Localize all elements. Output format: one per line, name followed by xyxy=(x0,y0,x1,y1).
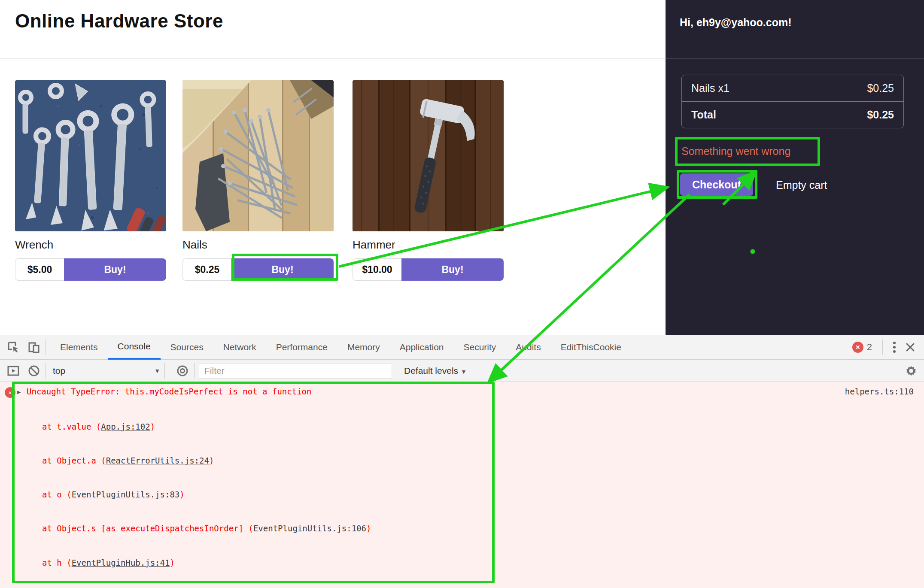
tab-console[interactable]: Console xyxy=(108,335,161,360)
filter-input[interactable] xyxy=(199,363,392,379)
expand-arrow-icon[interactable]: ▶ xyxy=(17,388,21,395)
tab-audits[interactable]: Audits xyxy=(506,335,550,360)
stack-frame: at h (EventPluginHub.js:41) xyxy=(42,557,415,568)
screenshot-root: Online Hardware Store xyxy=(0,0,924,588)
tab-performance[interactable]: Performance xyxy=(266,335,337,360)
console-sidebar-icon[interactable] xyxy=(6,364,21,378)
user-greeting: Hi, eh9y@yahoo.com! xyxy=(680,16,792,29)
chevron-down-icon: ▼ xyxy=(461,368,467,375)
divider xyxy=(882,339,883,355)
console-toolbar: top ▼ Default levels ▼ xyxy=(0,360,924,382)
tab-memory[interactable]: Memory xyxy=(337,335,390,360)
tab-sources[interactable]: Sources xyxy=(161,335,213,360)
product-price-row: $0.25 Buy! xyxy=(182,258,334,281)
divider xyxy=(666,58,924,59)
product-card-nails: Nails $0.25 Buy! xyxy=(182,80,334,281)
settings-gear-icon[interactable] xyxy=(902,364,921,378)
cart-total-label: Total xyxy=(691,109,716,121)
tab-security[interactable]: Security xyxy=(453,335,506,360)
inspect-element-icon[interactable] xyxy=(6,340,21,355)
cart-summary: Nails x1 $0.25 Total $0.25 xyxy=(681,75,904,128)
frame-link[interactable]: ReactErrorUtils.js:24 xyxy=(106,456,209,465)
store-header: Online Hardware Store xyxy=(0,0,666,59)
product-price: $10.00 xyxy=(353,258,401,281)
error-message: Something went wrong xyxy=(678,142,818,161)
account-panel: Hi, eh9y@yahoo.com! Nails x1 $0.25 Total… xyxy=(666,0,924,335)
stack-frame: at Object.a (ReactErrorUtils.js:24) xyxy=(42,455,415,466)
frame-link[interactable]: App.js:102 xyxy=(101,422,150,431)
console-source-link[interactable]: helpers.ts:110 xyxy=(845,387,914,396)
close-icon[interactable] xyxy=(902,340,919,355)
buy-button-wrench[interactable]: Buy! xyxy=(64,258,166,281)
error-count-icon[interactable]: ✕ xyxy=(852,342,863,353)
stack-frame: at Object.s [as executeDispatchesInOrder… xyxy=(42,523,415,534)
cart-total-amount: $0.25 xyxy=(867,109,894,121)
tab-network[interactable]: Network xyxy=(213,335,266,360)
divider xyxy=(46,363,46,379)
error-count: 2 xyxy=(867,342,872,353)
stack-trace: at t.value (App.js:102) at Object.a (Rea… xyxy=(42,398,415,588)
chevron-down-icon: ▼ xyxy=(154,367,160,374)
stack-frame: at o (EventPluginUtils.js:83) xyxy=(42,489,415,500)
frame-context-select[interactable]: top ▼ xyxy=(53,366,160,376)
buy-button-hammer[interactable]: Buy! xyxy=(401,258,504,281)
product-card-hammer: Hammer $10.00 Buy! xyxy=(353,80,504,281)
buy-button-nails[interactable]: Buy! xyxy=(231,258,334,281)
product-name: Wrench xyxy=(15,238,166,252)
device-toolbar-icon[interactable] xyxy=(27,340,41,355)
stack-frame: at t.value (App.js:102) xyxy=(42,421,415,432)
product-price: $0.25 xyxy=(182,258,231,281)
frame-link[interactable]: EventPluginHub.js:41 xyxy=(72,558,170,567)
frame-link[interactable]: EventPluginUtils.js:83 xyxy=(72,490,180,499)
page-title: Online Hardware Store xyxy=(15,10,223,32)
devtools-panel: Elements Console Sources Network Perform… xyxy=(0,335,924,588)
log-levels-label: Default levels xyxy=(404,366,458,376)
frame-context-value: top xyxy=(53,366,65,376)
divider xyxy=(194,363,195,379)
divider xyxy=(46,339,46,355)
wrench-product-image xyxy=(15,80,166,231)
clear-console-icon[interactable] xyxy=(27,364,41,378)
log-levels-select[interactable]: Default levels ▼ xyxy=(404,366,467,376)
product-name: Hammer xyxy=(353,238,504,252)
empty-cart-button[interactable]: Empty cart xyxy=(776,179,827,191)
live-expression-eye-icon[interactable] xyxy=(175,364,190,378)
product-price: $5.00 xyxy=(15,258,64,281)
product-name: Nails xyxy=(182,238,334,252)
frame-link[interactable]: EventPluginUtils.js:106 xyxy=(253,524,366,533)
product-price-row: $5.00 Buy! xyxy=(15,258,166,281)
nails-product-image xyxy=(182,80,334,231)
product-card-wrench: Wrench $5.00 Buy! xyxy=(15,80,166,281)
tab-editthiscookie[interactable]: EditThisCookie xyxy=(551,335,631,360)
tab-elements[interactable]: Elements xyxy=(50,335,108,360)
console-output: ✕ ▶ Uncaught TypeError: this.myCodeIsPer… xyxy=(0,382,924,588)
divider xyxy=(164,363,165,379)
console-error-message: Uncaught TypeError: this.myCodeIsPerfect… xyxy=(27,387,311,396)
devtools-tabbar: Elements Console Sources Network Perform… xyxy=(0,335,924,360)
cart-item-label: Nails x1 xyxy=(691,82,729,94)
product-price-row: $10.00 Buy! xyxy=(353,258,504,281)
hammer-product-image xyxy=(353,80,504,231)
kebab-menu-icon[interactable] xyxy=(887,340,902,355)
error-icon: ✕ xyxy=(5,387,15,398)
tab-application[interactable]: Application xyxy=(390,335,454,360)
cart-item-row: Nails x1 $0.25 xyxy=(682,75,903,101)
cart-item-amount: $0.25 xyxy=(867,82,894,94)
cart-total-row: Total $0.25 xyxy=(682,101,903,128)
checkout-button[interactable]: Checkout xyxy=(680,173,753,196)
